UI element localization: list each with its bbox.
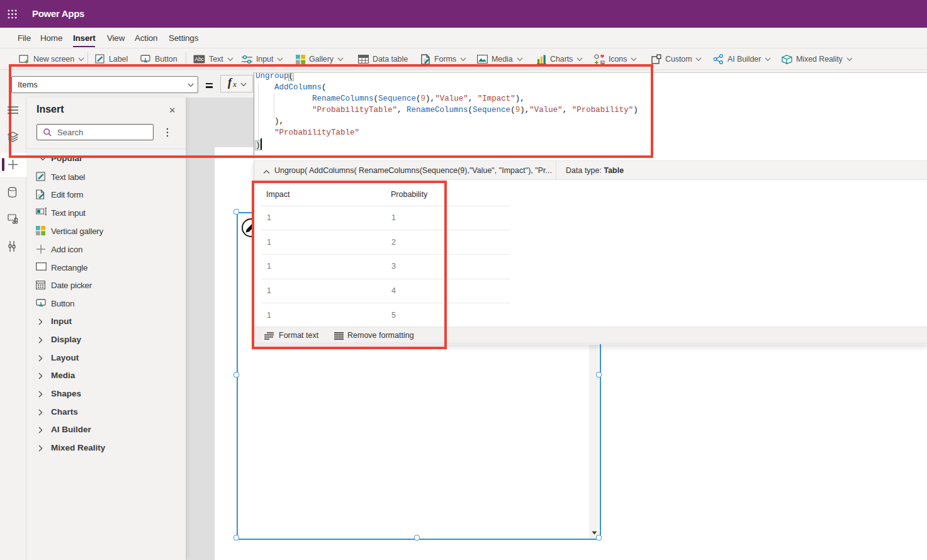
svg-text:Abc: Abc (194, 56, 204, 62)
